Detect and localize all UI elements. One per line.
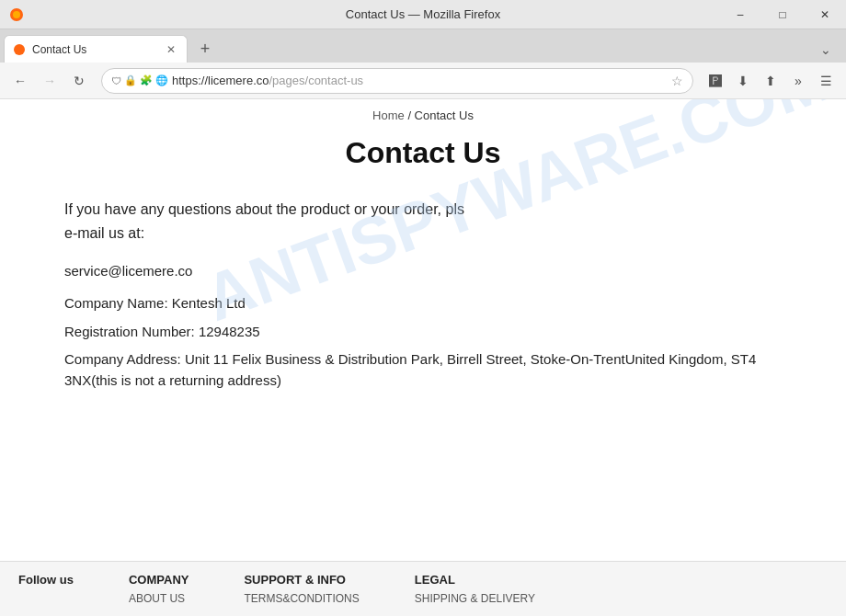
more-tools-button[interactable]: »	[785, 68, 811, 94]
contact-details: Company Name: Kentesh Ltd Registration N…	[64, 293, 782, 391]
window-controls: – □ ✕	[719, 0, 846, 29]
page-content: ANTISPYWARE.COM Home / Contact Us Contac…	[0, 99, 846, 561]
breadcrumb: Home / Contact Us	[0, 99, 846, 127]
share-button[interactable]: ⬆	[758, 68, 783, 94]
title-bar: Contact Us — Mozilla Firefox – □ ✕	[0, 0, 846, 29]
nav-bar: ← → ↻ 🛡 🔒 🧩 🌐 https://licemere.co/pages/…	[0, 63, 846, 99]
breadcrumb-current: Contact Us	[415, 108, 474, 122]
close-button[interactable]: ✕	[804, 0, 846, 29]
contact-email: service@licemere.co	[64, 263, 782, 279]
tab-title: Contact Us	[32, 43, 163, 56]
active-tab[interactable]: Contact Us ✕	[4, 35, 188, 63]
main-content: Contact Us If you have any questions abo…	[28, 127, 818, 426]
intro-line2: e-mail us at:	[64, 225, 144, 241]
url-prefix: https://	[172, 74, 208, 87]
company-address: Company Address: Unit 11 Felix Business …	[64, 349, 782, 391]
back-button[interactable]: ←	[7, 68, 33, 94]
footer-shipping-link[interactable]: SHIPPING & DELIVERY	[415, 592, 535, 605]
footer-company: COMPANY ABOUT US	[129, 573, 189, 605]
forward-button[interactable]: →	[37, 68, 63, 94]
tab-favicon	[12, 42, 27, 57]
new-tab-button[interactable]: +	[191, 35, 219, 63]
svg-point-2	[14, 44, 25, 55]
bookmark-star[interactable]: ☆	[671, 74, 683, 88]
reload-button[interactable]: ↻	[66, 68, 92, 94]
page-title: Contact Us	[64, 136, 782, 170]
footer-legal-heading: LEGAL	[415, 573, 535, 587]
pocket-button[interactable]: 🅿	[703, 68, 728, 94]
email-address: service@licemere.co	[64, 263, 192, 279]
intro-line1: If you have any questions about the prod…	[64, 201, 464, 217]
security-icons: 🛡 🔒 🧩 🌐	[111, 74, 168, 86]
url-path: /pages/contact-us	[269, 74, 364, 87]
tab-list-button[interactable]: ⌄	[813, 37, 839, 63]
registration-number: Registration Number: 12948235	[64, 322, 782, 343]
footer-support-heading: SUPPORT & INFO	[244, 573, 359, 587]
tab-bar: Contact Us ✕ + ⌄	[0, 29, 846, 63]
globe-icon: 🌐	[155, 74, 168, 86]
footer-follow-us: Follow us	[18, 573, 74, 592]
footer: Follow us COMPANY ABOUT US SUPPORT & INF…	[0, 561, 846, 616]
url-base: licemere.co	[208, 74, 269, 87]
address-bar[interactable]: 🛡 🔒 🧩 🌐 https://licemere.co/pages/contac…	[101, 68, 693, 94]
download-button[interactable]: ⬇	[730, 68, 756, 94]
svg-point-1	[13, 11, 20, 18]
nav-right-icons: 🅿 ⬇ ⬆ » ☰	[703, 68, 839, 94]
footer-about-us-link[interactable]: ABOUT US	[129, 592, 189, 605]
url-display[interactable]: https://licemere.co/pages/contact-us	[172, 74, 664, 87]
company-name: Company Name: Kentesh Ltd	[64, 293, 782, 314]
footer-follow-heading: Follow us	[18, 573, 74, 587]
footer-company-heading: COMPANY	[129, 573, 189, 587]
menu-button[interactable]: ☰	[813, 68, 839, 94]
tab-close-button[interactable]: ✕	[163, 41, 179, 58]
footer-support: SUPPORT & INFO TERMS&CONDITIONS	[244, 573, 359, 605]
extension-icon: 🧩	[140, 74, 153, 86]
breadcrumb-home[interactable]: Home	[372, 108, 405, 122]
tab-bar-right: ⌄	[813, 37, 846, 63]
minimize-button[interactable]: –	[719, 0, 761, 29]
firefox-icon	[9, 7, 24, 22]
footer-legal: LEGAL SHIPPING & DELIVERY	[415, 573, 535, 605]
maximize-button[interactable]: □	[761, 0, 804, 29]
tracking-protection-icon: 🛡	[111, 75, 121, 86]
footer-terms-link[interactable]: TERMS&CONDITIONS	[244, 592, 359, 605]
breadcrumb-separator: /	[407, 108, 414, 122]
lock-icon: 🔒	[124, 74, 137, 86]
window-title: Contact Us — Mozilla Firefox	[346, 7, 500, 21]
contact-intro: If you have any questions about the prod…	[64, 198, 782, 245]
